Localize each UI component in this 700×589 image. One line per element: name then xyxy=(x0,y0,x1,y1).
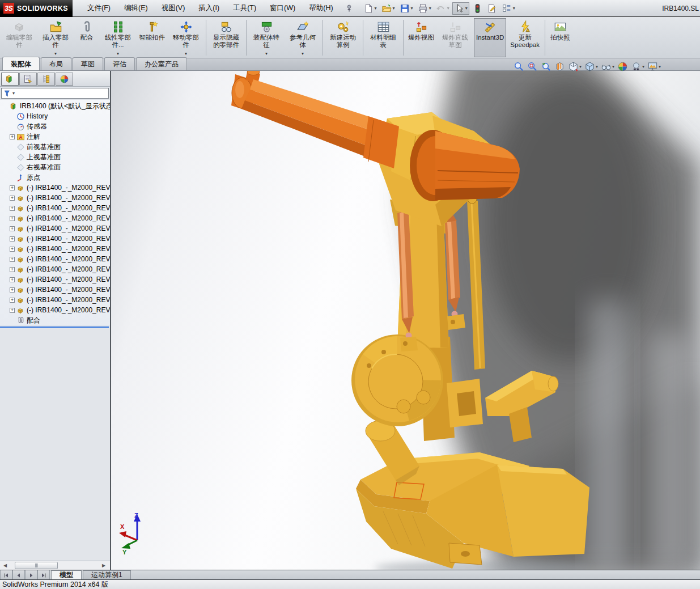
menu-item[interactable]: 编辑(E) xyxy=(117,1,155,15)
command-button[interactable]: 配合 xyxy=(74,18,99,57)
quick-toolbar-button[interactable]: ▾ xyxy=(362,2,379,15)
tree-item[interactable]: + 配合 xyxy=(2,315,110,325)
menu-item[interactable]: 帮助(H) xyxy=(302,1,340,15)
tree-item[interactable]: + 上视基准面 xyxy=(2,152,110,162)
view-tool-button[interactable]: ▾ xyxy=(567,61,582,73)
tree-item[interactable]: + (-) IRB1400_-_M2000_REV: xyxy=(2,254,110,264)
quick-toolbar-button[interactable] xyxy=(470,2,484,15)
view-tool-button[interactable] xyxy=(554,61,566,73)
tab-nav-button[interactable] xyxy=(37,570,50,579)
command-button[interactable]: 编辑零部件 xyxy=(2,18,37,57)
tree-item[interactable]: + (-) IRB1400_-_M2000_REV: xyxy=(2,305,110,315)
graphics-viewport[interactable]: Z X Y xyxy=(111,71,700,570)
tab-nav-button[interactable] xyxy=(0,570,12,579)
command-button[interactable]: 新建运动算例 xyxy=(325,18,360,57)
menu-item[interactable]: 文件(F) xyxy=(80,1,117,15)
expand-icon[interactable]: + xyxy=(10,216,15,221)
ribbon-tab[interactable]: 草图 xyxy=(73,57,103,70)
command-button[interactable]: 插入零部件 ▾ xyxy=(38,18,73,57)
quick-toolbar-button[interactable]: ▾ xyxy=(500,2,517,15)
view-tool-button[interactable]: ▾ xyxy=(584,61,599,73)
view-tool-button[interactable] xyxy=(527,61,538,73)
robot-joint-disk[interactable] xyxy=(351,334,443,426)
expand-icon[interactable]: + xyxy=(10,236,15,241)
scroll-left-icon[interactable]: ◀ xyxy=(1,562,9,569)
robot-upper-arm[interactable] xyxy=(231,71,399,168)
quick-toolbar-button[interactable]: ▾ xyxy=(452,2,469,15)
expand-icon[interactable]: + xyxy=(10,196,15,201)
command-button[interactable]: 爆炸视图 xyxy=(406,18,436,57)
tree-item[interactable]: + (-) IRB1400_-_M2000_REV: xyxy=(2,234,110,244)
expand-icon[interactable]: + xyxy=(10,134,15,139)
quick-toolbar-button[interactable]: ▾ xyxy=(416,2,433,15)
expand-icon[interactable]: + xyxy=(10,308,15,313)
view-tool-button[interactable] xyxy=(617,61,629,73)
menu-item[interactable]: 视图(V) xyxy=(155,1,192,15)
scrollbar-thumb[interactable] xyxy=(15,562,58,569)
ribbon-tab[interactable]: 装配体 xyxy=(2,57,40,70)
expand-icon[interactable]: + xyxy=(10,257,15,262)
command-button[interactable]: 爆炸直线草图 xyxy=(438,18,473,57)
tree-item[interactable]: + 原点 xyxy=(2,172,110,183)
expand-icon[interactable]: + xyxy=(10,206,15,211)
view-tool-button[interactable]: ▾ xyxy=(600,61,615,73)
ribbon-tab[interactable]: 办公室产品 xyxy=(136,57,187,70)
view-tool-button[interactable]: ▾ xyxy=(647,61,661,73)
quick-toolbar-button[interactable]: ▾ xyxy=(434,2,451,15)
tree-item[interactable]: + (-) IRB1400_-_M2000_REV: xyxy=(2,244,110,254)
menu-item[interactable]: 窗口(W) xyxy=(263,1,302,15)
expand-icon[interactable]: + xyxy=(10,185,15,190)
menu-item[interactable]: 工具(T) xyxy=(226,1,263,15)
quick-toolbar-button[interactable]: ▾ xyxy=(380,2,397,15)
command-button[interactable]: 显示隐藏的零部件 xyxy=(209,18,244,57)
command-button[interactable]: 材料明细表 xyxy=(366,18,401,57)
tree-item[interactable]: + (-) IRB1400_-_M2000_REV: xyxy=(2,264,110,274)
robot-model[interactable] xyxy=(111,71,700,570)
tree-item[interactable]: + 前视基准面 xyxy=(2,142,110,152)
command-button[interactable]: 装配体特征 ▾ xyxy=(249,18,284,57)
view-tool-button[interactable] xyxy=(513,61,525,73)
tree-item[interactable]: + (-) IRB1400_-_M2000_REV: xyxy=(2,183,110,193)
tab-nav-button[interactable] xyxy=(12,570,25,579)
panel-tab[interactable] xyxy=(1,73,19,86)
quick-toolbar-button[interactable] xyxy=(485,2,499,15)
expand-icon[interactable]: + xyxy=(10,247,15,252)
expand-icon[interactable]: + xyxy=(10,277,15,282)
tree-filter[interactable]: ▾ xyxy=(1,88,109,99)
tree-item[interactable]: + (-) IRB1400_-_M2000_REV: xyxy=(2,223,110,234)
study-tab[interactable]: 运动算例1 xyxy=(83,570,131,579)
command-button[interactable]: 移动零部件 ▾ xyxy=(168,18,203,57)
scroll-right-icon[interactable]: ▶ xyxy=(100,562,108,569)
command-button[interactable]: 智能扣件 xyxy=(137,18,167,57)
expand-icon[interactable]: + xyxy=(10,298,15,303)
command-button[interactable]: 拍快照 xyxy=(548,18,572,57)
tree-item[interactable]: + A 注解 xyxy=(2,132,110,142)
pin-icon[interactable] xyxy=(345,4,354,13)
ribbon-tab[interactable]: 布局 xyxy=(41,57,71,70)
panel-tab[interactable] xyxy=(37,73,55,86)
command-button[interactable]: 更新Speedpak xyxy=(507,18,542,57)
view-tool-button[interactable] xyxy=(540,61,552,73)
command-button[interactable]: 线性零部件... ▾ xyxy=(100,18,135,57)
panel-tab[interactable] xyxy=(56,73,73,86)
tree-item[interactable]: + IRB1400 (默认<默认_显示状态 xyxy=(2,101,110,111)
panel-tab[interactable] xyxy=(19,73,37,86)
ribbon-tab[interactable]: 评估 xyxy=(104,57,135,70)
menu-item[interactable]: 插入(I) xyxy=(192,1,226,15)
tree-item[interactable]: + 传感器 xyxy=(2,121,110,132)
tree-item[interactable]: + (-) IRB1400_-_M2000_REV: xyxy=(2,193,110,203)
tree-item[interactable]: + History xyxy=(2,111,110,121)
expand-icon[interactable]: + xyxy=(10,226,15,231)
command-button[interactable]: 参考几何体 ▾ xyxy=(285,18,320,57)
study-tab[interactable]: 模型 xyxy=(51,570,82,579)
view-tool-button[interactable]: ▾ xyxy=(630,61,645,73)
tree-item[interactable]: + (-) IRB1400_-_M2000_REV: xyxy=(2,285,110,295)
quick-toolbar-button[interactable]: ▾ xyxy=(398,2,415,15)
panel-horizontal-scrollbar[interactable]: ◀ ▶ xyxy=(0,561,110,570)
tab-nav-button[interactable] xyxy=(25,570,37,579)
command-button[interactable]: Instant3D xyxy=(474,18,506,57)
tree-item[interactable]: + 右视基准面 xyxy=(2,162,110,172)
tree-item[interactable]: + (-) IRB1400_-_M2000_REV: xyxy=(2,203,110,213)
tree-item[interactable]: + (-) IRB1400_-_M2000_REV: xyxy=(2,213,110,223)
expand-icon[interactable]: + xyxy=(10,267,15,272)
